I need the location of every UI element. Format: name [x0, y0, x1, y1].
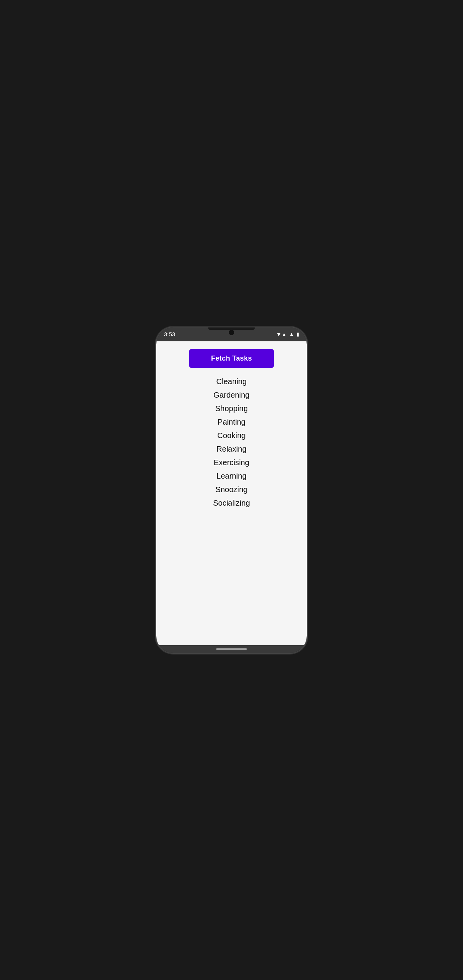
camera-notch [229, 330, 234, 335]
home-bar [216, 648, 247, 650]
battery-icon: ▮ [296, 331, 299, 337]
list-item: Snoozing [215, 484, 247, 496]
list-item: Painting [218, 416, 245, 428]
signal-icon: ▲ [289, 331, 294, 337]
status-time: 3:53 [164, 331, 175, 337]
wifi-icon: ▼▲ [276, 331, 287, 337]
list-item: Gardening [213, 389, 249, 401]
list-item: Cooking [217, 430, 245, 442]
home-indicator [156, 645, 307, 653]
list-item: Shopping [215, 403, 248, 415]
list-item: Socializing [213, 497, 250, 509]
screen: Fetch Tasks CleaningGardeningShoppingPai… [156, 341, 307, 645]
list-item: Relaxing [216, 443, 247, 455]
fetch-tasks-button[interactable]: Fetch Tasks [189, 349, 274, 368]
list-item: Exercising [214, 457, 249, 469]
phone-frame: 3:53 ▼▲ ▲ ▮ Fetch Tasks CleaningGardenin… [156, 327, 307, 653]
task-list: CleaningGardeningShoppingPaintingCooking… [162, 376, 301, 509]
status-icons: ▼▲ ▲ ▮ [276, 331, 299, 337]
list-item: Learning [216, 470, 247, 482]
list-item: Cleaning [216, 376, 247, 388]
